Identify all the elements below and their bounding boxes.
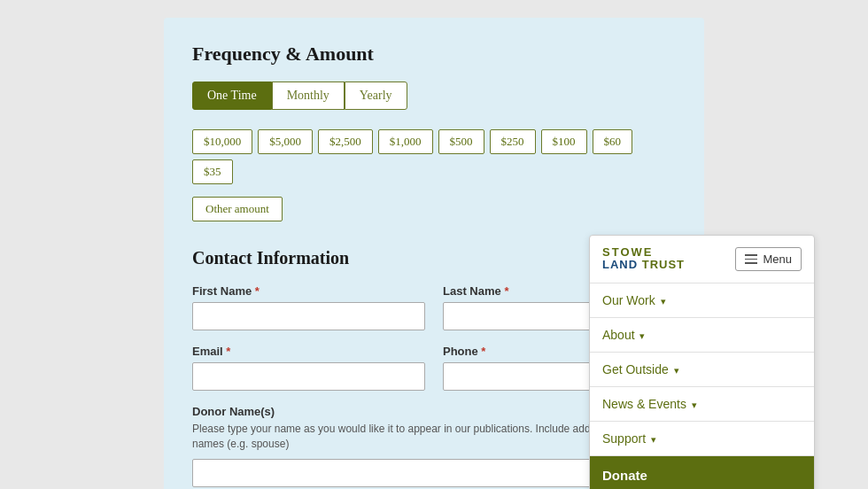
frequency-section: Frequency & Amount One Time Monthly Year… xyxy=(192,43,676,221)
frequency-tabs: One Time Monthly Yearly xyxy=(192,82,676,110)
page-container: Frequency & Amount One Time Monthly Year… xyxy=(0,0,868,489)
nav-link-donate[interactable]: Donate xyxy=(590,456,814,489)
nav-item-about: About ▾ xyxy=(590,318,814,353)
amount-1000[interactable]: $1,000 xyxy=(378,129,433,154)
email-label: Email * xyxy=(192,345,425,358)
tab-one-time[interactable]: One Time xyxy=(192,82,272,110)
menu-button[interactable]: Menu xyxy=(735,247,802,271)
amount-250[interactable]: $250 xyxy=(490,129,536,154)
hamburger-icon xyxy=(745,254,757,264)
first-name-input[interactable] xyxy=(192,302,425,330)
nav-item-donate: Donate xyxy=(590,456,814,489)
nav-link-support[interactable]: Support ▾ xyxy=(590,422,814,455)
nav-item-support: Support ▾ xyxy=(590,422,814,456)
other-amount-button[interactable]: Other amount xyxy=(192,197,283,221)
logo-land: LAND TRUST xyxy=(602,259,685,271)
logo-area: STOWE LAND TRUST xyxy=(602,246,685,272)
email-input[interactable] xyxy=(192,362,425,391)
first-name-label: First Name * xyxy=(192,284,425,298)
nav-card: STOWE LAND TRUST Menu Our Work ▾ xyxy=(589,235,815,489)
amount-100[interactable]: $100 xyxy=(541,129,587,154)
logo-stowe: STOWE xyxy=(602,246,685,259)
caret-about: ▾ xyxy=(639,330,645,341)
nav-card-header: STOWE LAND TRUST Menu xyxy=(590,236,814,283)
caret-news-events: ▾ xyxy=(692,400,697,410)
amount-buttons: $10,000 $5,000 $2,500 $1,000 $500 $250 $… xyxy=(192,129,676,184)
nav-link-our-work[interactable]: Our Work ▾ xyxy=(590,283,814,317)
tab-yearly[interactable]: Yearly xyxy=(345,82,407,110)
first-name-group: First Name * xyxy=(192,284,425,330)
nav-item-our-work: Our Work ▾ xyxy=(590,283,814,318)
caret-get-outside: ▾ xyxy=(674,365,679,376)
email-group: Email * xyxy=(192,345,425,391)
amount-2500[interactable]: $2,500 xyxy=(318,129,373,154)
tab-monthly[interactable]: Monthly xyxy=(272,82,345,110)
nav-link-get-outside[interactable]: Get Outside ▾ xyxy=(590,353,814,386)
other-amount-row: Other amount xyxy=(192,197,676,221)
amount-10000[interactable]: $10,000 xyxy=(192,129,252,154)
amount-35[interactable]: $35 xyxy=(192,159,233,184)
nav-link-about[interactable]: About ▾ xyxy=(590,318,814,352)
nav-items: Our Work ▾ About ▾ Get Outside ▾ News & … xyxy=(590,283,814,489)
amount-500[interactable]: $500 xyxy=(438,129,484,154)
nav-item-get-outside: Get Outside ▾ xyxy=(590,353,814,387)
amount-60[interactable]: $60 xyxy=(593,129,633,154)
frequency-title: Frequency & Amount xyxy=(192,43,676,66)
amount-5000[interactable]: $5,000 xyxy=(258,129,313,154)
menu-label: Menu xyxy=(763,252,792,266)
nav-link-news-events[interactable]: News & Events ▾ xyxy=(590,387,814,421)
caret-our-work: ▾ xyxy=(661,296,666,307)
caret-support: ▾ xyxy=(651,434,656,445)
nav-item-news-events: News & Events ▾ xyxy=(590,387,814,422)
